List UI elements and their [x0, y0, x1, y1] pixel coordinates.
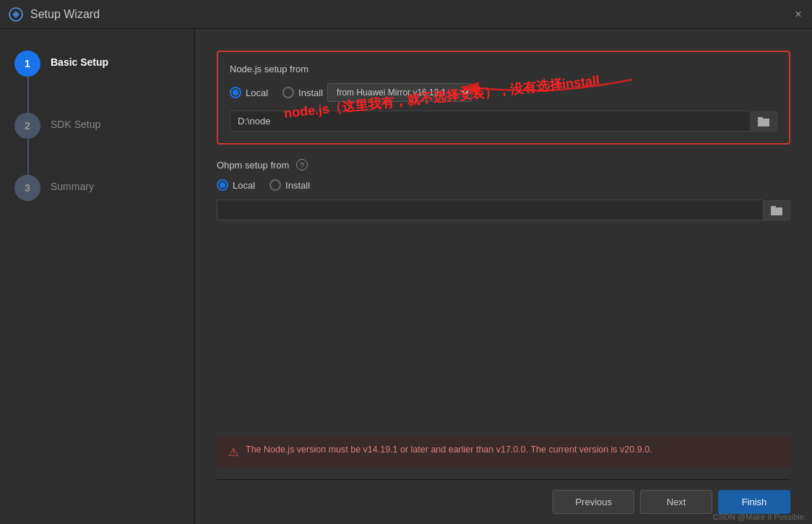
step-1[interactable]: 1 Basic Setup [14, 51, 180, 77]
step-2-label: SDK Setup [51, 113, 100, 130]
ohpm-install-option[interactable]: Install [269, 179, 310, 191]
error-text: The Node.js version must be v14.19.1 or … [246, 444, 652, 455]
ohpm-path-input[interactable] [217, 199, 763, 220]
folder-icon [758, 116, 769, 126]
step-connector-1 [27, 77, 29, 113]
nodejs-version-dropdown[interactable]: from Huawei Mirror v16.19.1 [327, 83, 472, 102]
nodejs-install-option[interactable]: Install from Huawei Mirror v16.19.1 [282, 83, 472, 102]
ohpm-local-option[interactable]: Local [217, 179, 255, 191]
main-layout: 1 Basic Setup 2 SDK Setup 3 Summary Node… [0, 29, 812, 524]
step-1-label: Basic Setup [51, 51, 108, 68]
ohpm-section-title: Ohpm setup from ? [217, 159, 790, 171]
close-button[interactable]: × [793, 9, 803, 20]
next-button[interactable]: Next [640, 490, 712, 514]
nodejs-browse-button[interactable] [750, 111, 777, 132]
step-2[interactable]: 2 SDK Setup [14, 113, 180, 139]
nodejs-radio-group: Local Install from Huawei Mirror v16.19.… [230, 83, 777, 102]
nodejs-path-input[interactable] [230, 111, 750, 132]
ohpm-install-radio[interactable] [269, 179, 281, 191]
nodejs-section: Node.js setup from Local Install from Hu… [217, 51, 790, 145]
step-2-circle: 2 [14, 113, 40, 139]
ohpm-help-icon[interactable]: ? [296, 159, 308, 171]
ohpm-local-radio[interactable] [217, 179, 228, 191]
finish-button[interactable]: Finish [718, 490, 790, 514]
ohpm-install-label: Install [285, 180, 310, 191]
svg-rect-2 [758, 117, 763, 120]
step-connector-2 [27, 139, 29, 175]
step-3-circle: 3 [14, 175, 40, 201]
nodejs-section-title: Node.js setup from [230, 64, 777, 74]
footer-watermark: CSDN @Make It Possible. [713, 512, 806, 521]
app-icon [9, 7, 23, 22]
step-3[interactable]: 3 Summary [14, 175, 180, 201]
ohpm-radio-group: Local Install [217, 179, 790, 191]
svg-rect-5 [771, 206, 776, 209]
step-3-label: Summary [51, 175, 94, 192]
titlebar-left: Setup Wizard [9, 7, 100, 22]
ohpm-browse-button[interactable] [763, 200, 790, 220]
titlebar-title: Setup Wizard [30, 8, 100, 21]
previous-button[interactable]: Previous [553, 490, 634, 514]
nodejs-local-label: Local [246, 87, 268, 98]
ohpm-path-row [217, 199, 790, 220]
ohpm-section: Ohpm setup from ? Local Install [217, 159, 790, 220]
step-1-circle: 1 [14, 51, 40, 77]
nodejs-install-radio[interactable] [282, 87, 294, 98]
nodejs-local-option[interactable]: Local [230, 87, 268, 98]
sidebar: 1 Basic Setup 2 SDK Setup 3 Summary [0, 29, 195, 524]
ohpm-local-label: Local [233, 180, 255, 191]
error-icon: ⚠ [228, 445, 238, 459]
nodejs-local-radio[interactable] [230, 87, 241, 98]
nodejs-install-label: Install [298, 87, 323, 98]
nodejs-path-row [230, 111, 777, 132]
error-message-bar: ⚠ The Node.js version must be v14.19.1 o… [217, 436, 790, 468]
ohpm-folder-icon [771, 205, 782, 215]
bottom-area: ⚠ The Node.js version must be v14.19.1 o… [217, 220, 790, 524]
content-area: Node.js setup from Local Install from Hu… [195, 29, 812, 524]
titlebar: Setup Wizard × [0, 0, 812, 29]
button-bar: Previous Next Finish [217, 479, 790, 524]
